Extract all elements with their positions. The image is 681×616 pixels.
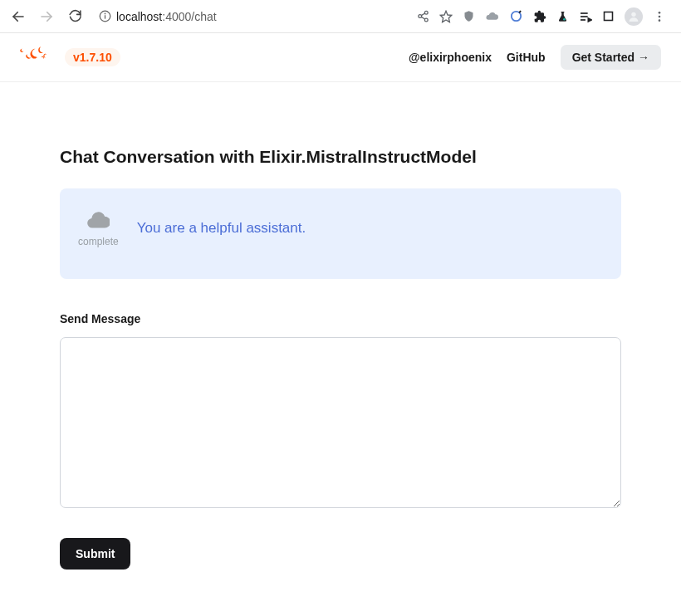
bookmark-star-icon[interactable] [439, 10, 453, 23]
phoenix-logo[interactable] [20, 46, 50, 69]
toolbar-extensions [417, 7, 666, 26]
svg-point-22 [659, 19, 661, 22]
reload-button[interactable] [65, 7, 85, 27]
site-header: v1.7.10 @elixirphoenix GitHub Get Starte… [0, 33, 681, 82]
svg-line-9 [421, 17, 424, 19]
main-content: Chat Conversation with Elixir.MistralIns… [33, 82, 648, 596]
arrow-left-icon [11, 9, 26, 24]
svg-point-20 [659, 12, 661, 14]
twitter-link[interactable]: @elixirphoenix [409, 51, 492, 64]
svg-point-5 [424, 11, 428, 14]
share-icon[interactable] [417, 10, 429, 22]
person-icon [627, 10, 640, 23]
cloud-extension-icon[interactable] [485, 9, 499, 23]
profile-avatar[interactable] [625, 7, 643, 26]
chat-avatar-column: complete [78, 210, 119, 247]
version-badge: v1.7.10 [65, 48, 120, 66]
submit-button[interactable]: Submit [60, 538, 130, 570]
svg-marker-10 [440, 11, 451, 22]
reload-icon [68, 9, 82, 23]
browser-toolbar: localhost:4000/chat [0, 0, 681, 33]
address-bar[interactable]: localhost:4000/chat [98, 10, 409, 23]
svg-line-8 [421, 13, 424, 16]
url-text: localhost:4000/chat [116, 10, 217, 23]
site-info-icon[interactable] [98, 10, 111, 23]
page-title: Chat Conversation with Elixir.MistralIns… [60, 147, 621, 167]
svg-point-13 [563, 18, 566, 21]
circle-extension-icon[interactable] [509, 9, 523, 23]
svg-rect-18 [605, 12, 613, 21]
svg-point-21 [659, 15, 661, 17]
arrow-right-icon [39, 9, 54, 24]
forward-button[interactable] [37, 7, 56, 27]
site-nav: @elixirphoenix GitHub Get Started → [409, 45, 661, 70]
back-button[interactable] [8, 7, 28, 27]
chat-message: complete You are a helpful assistant. [60, 188, 621, 279]
svg-point-4 [105, 13, 105, 14]
phoenix-icon [20, 46, 50, 66]
svg-point-19 [631, 12, 635, 16]
svg-marker-17 [588, 18, 591, 22]
square-icon[interactable] [602, 10, 615, 22]
message-input[interactable] [60, 337, 621, 508]
svg-point-6 [419, 15, 422, 18]
kebab-menu-icon[interactable] [653, 10, 666, 23]
chat-message-text: You are a helpful assistant. [137, 210, 306, 237]
url-host: localhost [116, 10, 162, 23]
shield-extension-icon[interactable] [463, 10, 475, 22]
site-header-left: v1.7.10 [20, 46, 120, 69]
extensions-icon[interactable] [533, 10, 546, 23]
form-label: Send Message [60, 312, 621, 325]
github-link[interactable]: GitHub [507, 51, 546, 64]
flask-extension-icon[interactable] [556, 10, 569, 22]
playlist-icon[interactable] [579, 10, 592, 23]
cloud-icon [86, 210, 110, 232]
svg-point-7 [424, 18, 428, 22]
info-icon [99, 10, 111, 22]
svg-line-12 [519, 11, 521, 12]
get-started-button[interactable]: Get Started → [561, 45, 661, 70]
status-label: complete [78, 236, 119, 247]
